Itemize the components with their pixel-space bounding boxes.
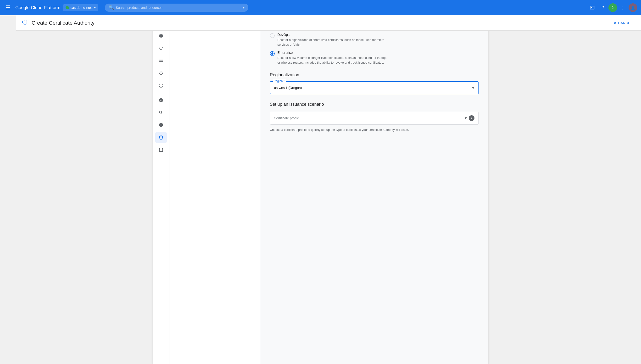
issuance-section: Set up an issuance scenario Certificate … (270, 102, 478, 132)
sidebar-item-code[interactable] (155, 144, 167, 156)
cert-profile-inner[interactable]: Certificate profile ▾ ? (270, 112, 478, 124)
cloud-shell-icon[interactable] (587, 3, 597, 12)
cert-dropdown-icon[interactable]: ▾ (465, 116, 467, 121)
nav-search-bar[interactable]: 🔍 ▾ (105, 4, 248, 12)
tier-radio-group: DevOps Best for a high volume of short-l… (270, 33, 478, 65)
cert-profile-label: Certificate profile (274, 116, 465, 120)
menu-icon[interactable]: ☰ (4, 3, 13, 13)
sidebar (153, 15, 169, 364)
page-title: Create Certificate Authority (32, 20, 607, 26)
sidebar-item-security-active[interactable] (155, 132, 167, 143)
nav-actions: ? 2 ⋮ 👤 (587, 3, 637, 12)
shield-icon: 🛡 (22, 20, 28, 26)
cancel-label: CANCEL (618, 21, 632, 25)
content-row: CREATE Tier i (169, 15, 488, 364)
app-layout: CREATE Tier i (153, 15, 488, 364)
outer-wrapper: ☰ Google Cloud Platform cas-demo-next ▾ … (0, 0, 641, 364)
devops-label-group: DevOps Best for a high volume of short-l… (278, 33, 388, 47)
right-panel: Tier i DevOps Best for a high volume of … (260, 15, 488, 364)
header-bar: 🛡 Create Certificate Authority ✕ CANCEL (16, 15, 641, 30)
sidebar-item-hexagon[interactable] (155, 80, 167, 91)
main-body: CREATE Tier i (169, 15, 488, 364)
enterprise-label-group: Enterprise Best for a low volume of long… (278, 51, 388, 65)
sidebar-item-shield[interactable] (155, 119, 167, 131)
regionalization-title: Regionalization (270, 72, 478, 78)
enterprise-title: Enterprise (278, 51, 388, 54)
devops-radio[interactable] (270, 33, 275, 38)
more-options-icon[interactable]: ⋮ (618, 3, 627, 12)
region-select-inner[interactable]: us-west1 (Oregon) ▾ (270, 82, 478, 94)
sidebar-item-list[interactable] (155, 55, 167, 66)
region-select-wrapper[interactable]: Region * us-west1 (Oregon) ▾ (270, 81, 478, 94)
sidebar-item-diamond[interactable] (155, 68, 167, 79)
sidebar-item-settings[interactable] (155, 30, 167, 42)
top-nav: ☰ Google Cloud Platform cas-demo-next ▾ … (0, 0, 641, 15)
app-container: ☰ Google Cloud Platform cas-demo-next ▾ … (153, 0, 488, 364)
nav-logo: Google Cloud Platform (15, 5, 60, 10)
cert-desc: Choose a certificate profile to quickly … (270, 128, 478, 132)
region-value: us-west1 (Oregon) (274, 86, 302, 90)
enterprise-desc: Best for a low volume of longer-lived ce… (278, 56, 388, 65)
regionalization-label: Regionalization (270, 72, 299, 78)
region-field-label: Region * (273, 80, 286, 83)
enterprise-radio[interactable] (270, 51, 275, 56)
sidebar-item-account[interactable] (155, 94, 167, 106)
cert-help-icon[interactable]: ? (469, 115, 474, 121)
search-icon: 🔍 (109, 5, 114, 10)
issuance-title: Set up an issuance scenario (270, 102, 478, 107)
user-avatar[interactable]: 👤 (628, 3, 637, 12)
issuance-label: Set up an issuance scenario (270, 102, 324, 107)
project-dropdown-icon: ▾ (94, 6, 96, 10)
cancel-button[interactable]: ✕ CANCEL (611, 19, 635, 27)
left-panel: CREATE (169, 15, 260, 364)
devops-title: DevOps (278, 33, 388, 36)
project-status-dot (66, 6, 69, 9)
regionalization-section: Regionalization Region * us-west1 (Orego… (270, 72, 478, 94)
sidebar-divider (155, 93, 168, 93)
help-icon[interactable]: ? (598, 3, 607, 12)
search-dropdown-icon: ▾ (243, 6, 245, 10)
cert-profile-actions: ▾ ? (465, 115, 474, 121)
sidebar-item-search[interactable] (155, 107, 167, 118)
region-dropdown-arrow: ▾ (472, 85, 474, 90)
search-input[interactable] (116, 6, 241, 10)
cancel-x-icon: ✕ (614, 21, 617, 25)
project-name: cas-demo-next (70, 6, 93, 10)
enterprise-option[interactable]: Enterprise Best for a low volume of long… (270, 51, 478, 65)
cert-profile-wrapper[interactable]: Certificate profile ▾ ? (270, 112, 478, 124)
notification-badge[interactable]: 2 (608, 3, 617, 12)
sidebar-item-refresh[interactable] (155, 42, 167, 54)
nav-project-selector[interactable]: cas-demo-next ▾ (63, 4, 98, 11)
devops-desc: Best for a high volume of short-lived ce… (278, 38, 388, 47)
devops-option[interactable]: DevOps Best for a high volume of short-l… (270, 33, 478, 47)
